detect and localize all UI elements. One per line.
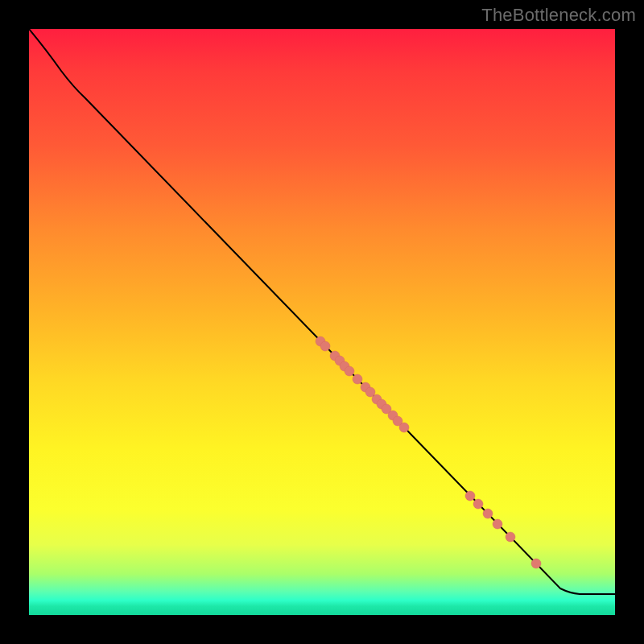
data-marker xyxy=(393,416,402,426)
data-marker xyxy=(506,532,515,542)
data-marker xyxy=(365,387,375,397)
watermark-text: TheBottleneck.com xyxy=(481,5,636,26)
data-marker xyxy=(483,509,493,518)
data-marker xyxy=(372,394,382,404)
data-marker xyxy=(320,341,330,351)
data-marker xyxy=(345,366,354,376)
marker-group xyxy=(316,336,541,568)
data-marker xyxy=(353,374,362,384)
chart-svg xyxy=(29,29,615,615)
data-marker xyxy=(335,356,345,365)
data-marker xyxy=(399,423,409,432)
data-marker xyxy=(465,491,475,501)
data-marker xyxy=(531,559,541,568)
data-marker xyxy=(316,336,325,346)
data-marker xyxy=(330,351,340,361)
data-marker xyxy=(493,519,502,529)
data-marker xyxy=(473,499,483,509)
data-marker xyxy=(377,399,386,409)
chart-frame: TheBottleneck.com xyxy=(0,0,644,644)
curve-line xyxy=(29,29,615,594)
data-marker xyxy=(340,361,349,371)
data-marker xyxy=(382,404,391,414)
plot-area xyxy=(29,29,615,615)
data-marker xyxy=(388,411,398,420)
data-marker xyxy=(361,382,370,392)
